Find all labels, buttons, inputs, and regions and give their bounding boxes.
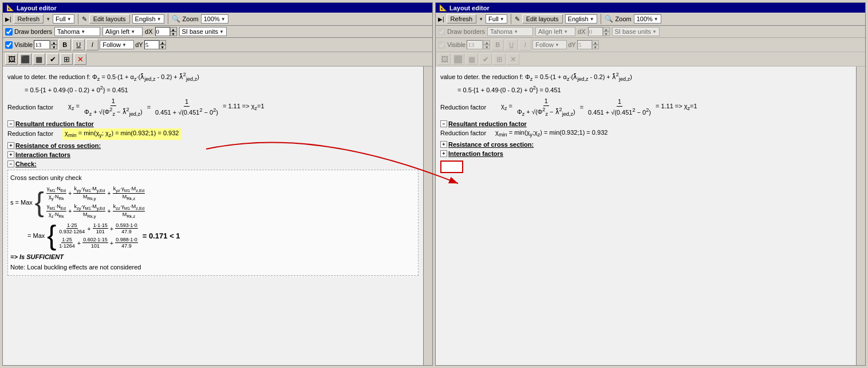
- left-content-wrapper: value to deter. the reduction f: Φz = 0.…: [3, 66, 432, 365]
- formula-row2: γM1·NEd χz·NRk + kzy·γM1·My,Ed MRk,y + k…: [46, 203, 145, 219]
- right-interaction-expand[interactable]: +: [440, 150, 447, 157]
- left-refresh-arrow[interactable]: ▼: [46, 17, 50, 22]
- right-follow-dropdown: Follow ▼: [532, 40, 567, 49]
- left-language-dropdown[interactable]: English ▼: [132, 14, 164, 24]
- sufficient-label: => Is SUFFICIENT: [10, 253, 416, 261]
- left-follow-dropdown[interactable]: Follow ▼: [100, 40, 134, 49]
- right-dY-down: ▼: [592, 45, 599, 49]
- right-full-dropdown[interactable]: Full ▼: [486, 14, 507, 24]
- right-refresh-arrow[interactable]: ▼: [479, 17, 483, 22]
- right-dX-label: dX: [578, 28, 585, 35]
- note-label: Note: Local buckling effects are not con…: [10, 263, 416, 272]
- formula-rows: γM1·NEd χy·NRk + kyy·γM1·My,Ed MRk,y + k…: [46, 186, 145, 218]
- left-dY-input[interactable]: [144, 40, 159, 49]
- left-dX-down[interactable]: ▼: [170, 32, 177, 36]
- numeric-eval: = Max { 1·25 0.932·1264 + 1·1·15 101: [27, 222, 416, 249]
- left-toolbar1: ▶| Refresh ▼ Full ▼ ✎ Edit layouts Engli…: [3, 13, 432, 26]
- right-toolbar1: ▶| Refresh ▼ Full ▼ ✎ Edit layouts Engli…: [436, 13, 865, 26]
- left-fontsize-input[interactable]: [34, 40, 50, 49]
- left-fontsize-up[interactable]: ▲: [50, 40, 57, 45]
- check-title: Check:: [15, 160, 37, 167]
- left-draw-borders-checkbox[interactable]: [5, 28, 13, 36]
- right-units-dropdown: SI base units ▼: [612, 27, 660, 36]
- right-interaction-title: Interaction factors: [448, 150, 503, 157]
- result-value: = 0.171 < 1: [143, 232, 180, 240]
- resistance-expand[interactable]: +: [7, 142, 14, 149]
- left-underline-button[interactable]: U: [72, 39, 85, 50]
- left-dX-spinner: ▲ ▼: [155, 27, 177, 36]
- left-dY-down[interactable]: ▼: [159, 45, 166, 49]
- left-scrollbar[interactable]: [423, 66, 432, 365]
- left-icon5[interactable]: ⊞: [60, 53, 73, 65]
- left-title-icon: 📐: [6, 4, 14, 11]
- right-draw-borders-checkbox: [438, 28, 445, 36]
- numeric-row1: 1·25 0.932·1264 + 1·1·15 101 + 0.593·1·0: [58, 222, 138, 234]
- right-dX-up: ▲: [603, 27, 610, 32]
- right-dY-label: dY: [568, 41, 575, 48]
- left-panel: 📐 Layout editor ▶| Refresh ▼ Full ▼ ✎ Ed…: [2, 2, 433, 366]
- right-draw-borders-row: Draw borders: [438, 28, 485, 36]
- left-italic-button[interactable]: I: [86, 39, 98, 50]
- left-visible-row: Visible: [5, 41, 33, 49]
- right-visible-label: Visible: [447, 41, 465, 48]
- left-zoom-dropdown[interactable]: 100% ▼: [201, 14, 228, 24]
- left-edit-layouts-button[interactable]: Edit layouts: [89, 14, 130, 24]
- left-toolbar4: 🖼 ⬛ ▦ ✔ ⊞ ✕: [3, 52, 432, 66]
- left-visible-checkbox[interactable]: [5, 41, 13, 49]
- right-italic-button: I: [519, 39, 531, 50]
- left-dY-spinner: ▲ ▼: [144, 40, 166, 49]
- right-sep1: [511, 14, 511, 24]
- right-icon4: ✔: [479, 53, 492, 65]
- right-zoom-dropdown[interactable]: 100% ▼: [634, 14, 661, 24]
- right-language-dropdown[interactable]: English ▼: [565, 14, 597, 24]
- right-formula1: = 0.5·{1 + 0.49·(0 - 0.2) + 02} = 0.451: [440, 84, 851, 95]
- left-draw-borders-label: Draw borders: [14, 28, 52, 35]
- left-bold-button[interactable]: B: [58, 39, 71, 50]
- resistance-header: + Resistance of cross section:: [7, 142, 419, 149]
- resultant-expand[interactable]: −: [7, 120, 14, 127]
- left-dY-up[interactable]: ▲: [159, 40, 166, 45]
- left-delete-button[interactable]: ✕: [74, 53, 86, 65]
- right-title-icon: 📐: [439, 4, 447, 11]
- right-icon5: ⊞: [493, 53, 506, 65]
- left-align-dropdown[interactable]: Align left ▼: [102, 27, 143, 36]
- right-dY-spinner: ▲ ▼: [577, 40, 599, 49]
- left-units-dropdown[interactable]: SI base units ▼: [179, 27, 227, 36]
- right-bold-button: B: [491, 39, 504, 50]
- right-formula-intro: value to deter. the reduction f: Φz = 0.…: [440, 71, 851, 83]
- left-fontsize-down[interactable]: ▼: [50, 45, 57, 49]
- right-toolbar3: Visible ▲ ▼ B U I Follow ▼ dY ▲ ▼: [436, 38, 865, 52]
- left-align-group: Align left ▼: [102, 27, 143, 36]
- right-scrollbar[interactable]: [856, 66, 865, 365]
- left-icon4[interactable]: ✔: [46, 53, 59, 65]
- left-dX-up[interactable]: ▲: [170, 27, 177, 32]
- left-full-dropdown[interactable]: Full ▼: [53, 14, 74, 24]
- left-refresh-button[interactable]: Refresh: [14, 14, 44, 24]
- check-header: − Check:: [7, 160, 419, 167]
- interaction-expand[interactable]: +: [7, 151, 14, 158]
- left-fontsize-group: ▲ ▼: [34, 40, 57, 49]
- formula1: = 0.5·{1 + 0.49·(0 - 0.2) + 02} = 0.451: [7, 84, 419, 95]
- right-draw-borders-label: Draw borders: [447, 28, 485, 35]
- left-icon1[interactable]: 🖼: [5, 53, 18, 65]
- right-resistance-expand[interactable]: +: [440, 141, 447, 148]
- right-font-dropdown: Tahoma ▼: [487, 27, 533, 36]
- right-visible-row: Visible: [438, 41, 465, 49]
- right-dX-spinner: ▲ ▼: [588, 27, 610, 36]
- right-target-box-area: [440, 160, 851, 174]
- left-icon2[interactable]: ⬛: [19, 53, 31, 65]
- check-section: Cross section unity check s = Max { γM1·…: [7, 170, 419, 276]
- right-toolbar2: Draw borders Tahoma ▼ Align left ▼ dX ▲ …: [436, 26, 865, 38]
- left-dX-input[interactable]: [155, 27, 170, 36]
- left-draw-borders-row: Draw borders: [5, 28, 52, 36]
- right-play-icon: ▶|: [438, 16, 444, 22]
- check-expand[interactable]: −: [7, 160, 14, 167]
- right-refresh-button[interactable]: Refresh: [447, 14, 477, 24]
- right-title-bar: 📐 Layout editor: [436, 3, 865, 13]
- left-font-dropdown[interactable]: Tahoma ▼: [54, 27, 100, 36]
- right-resultant-expand[interactable]: −: [440, 120, 447, 127]
- right-edit-layouts-button[interactable]: Edit layouts: [522, 14, 563, 24]
- left-icon3[interactable]: ▦: [33, 53, 45, 65]
- left-dY-label: dY: [135, 41, 143, 48]
- sep2: [168, 14, 168, 24]
